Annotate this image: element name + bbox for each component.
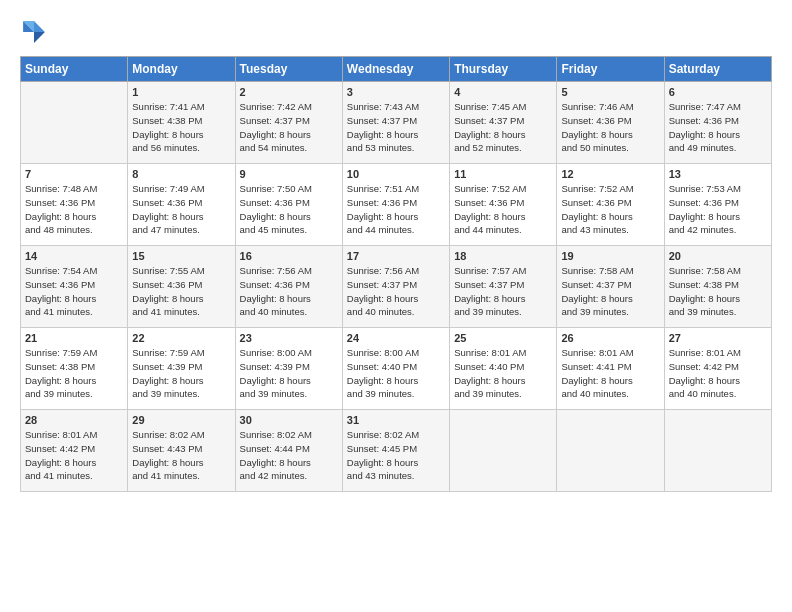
calendar-cell: 29Sunrise: 8:02 AMSunset: 4:43 PMDayligh… [128,410,235,492]
week-row-0: 1Sunrise: 7:41 AMSunset: 4:38 PMDaylight… [21,82,772,164]
calendar-cell [21,82,128,164]
cell-info: Sunrise: 7:50 AMSunset: 4:36 PMDaylight:… [240,182,338,237]
day-number: 19 [561,250,659,262]
day-number: 12 [561,168,659,180]
calendar-cell: 18Sunrise: 7:57 AMSunset: 4:37 PMDayligh… [450,246,557,328]
calendar-cell [450,410,557,492]
cell-info: Sunrise: 7:51 AMSunset: 4:36 PMDaylight:… [347,182,445,237]
cell-info: Sunrise: 8:02 AMSunset: 4:45 PMDaylight:… [347,428,445,483]
week-row-2: 14Sunrise: 7:54 AMSunset: 4:36 PMDayligh… [21,246,772,328]
calendar-cell: 24Sunrise: 8:00 AMSunset: 4:40 PMDayligh… [342,328,449,410]
calendar-table: SundayMondayTuesdayWednesdayThursdayFrid… [20,56,772,492]
day-number: 3 [347,86,445,98]
svg-marker-1 [34,32,45,43]
calendar-cell: 20Sunrise: 7:58 AMSunset: 4:38 PMDayligh… [664,246,771,328]
cell-info: Sunrise: 7:56 AMSunset: 4:36 PMDaylight:… [240,264,338,319]
week-row-1: 7Sunrise: 7:48 AMSunset: 4:36 PMDaylight… [21,164,772,246]
calendar-cell [557,410,664,492]
day-number: 15 [132,250,230,262]
svg-marker-0 [34,21,45,32]
day-number: 2 [240,86,338,98]
col-wednesday: Wednesday [342,57,449,82]
calendar-cell: 10Sunrise: 7:51 AMSunset: 4:36 PMDayligh… [342,164,449,246]
col-monday: Monday [128,57,235,82]
cell-info: Sunrise: 7:59 AMSunset: 4:39 PMDaylight:… [132,346,230,401]
calendar-cell: 15Sunrise: 7:55 AMSunset: 4:36 PMDayligh… [128,246,235,328]
cell-info: Sunrise: 8:01 AMSunset: 4:42 PMDaylight:… [669,346,767,401]
day-number: 29 [132,414,230,426]
calendar-cell: 22Sunrise: 7:59 AMSunset: 4:39 PMDayligh… [128,328,235,410]
cell-info: Sunrise: 7:43 AMSunset: 4:37 PMDaylight:… [347,100,445,155]
calendar-cell: 1Sunrise: 7:41 AMSunset: 4:38 PMDaylight… [128,82,235,164]
logo-icon [20,18,48,46]
calendar-cell: 14Sunrise: 7:54 AMSunset: 4:36 PMDayligh… [21,246,128,328]
day-number: 24 [347,332,445,344]
calendar-cell: 5Sunrise: 7:46 AMSunset: 4:36 PMDaylight… [557,82,664,164]
week-row-3: 21Sunrise: 7:59 AMSunset: 4:38 PMDayligh… [21,328,772,410]
calendar-cell: 16Sunrise: 7:56 AMSunset: 4:36 PMDayligh… [235,246,342,328]
day-number: 5 [561,86,659,98]
day-number: 18 [454,250,552,262]
calendar-cell: 6Sunrise: 7:47 AMSunset: 4:36 PMDaylight… [664,82,771,164]
calendar-cell: 27Sunrise: 8:01 AMSunset: 4:42 PMDayligh… [664,328,771,410]
day-number: 7 [25,168,123,180]
day-number: 6 [669,86,767,98]
calendar-cell: 28Sunrise: 8:01 AMSunset: 4:42 PMDayligh… [21,410,128,492]
day-number: 10 [347,168,445,180]
cell-info: Sunrise: 8:01 AMSunset: 4:40 PMDaylight:… [454,346,552,401]
day-number: 25 [454,332,552,344]
calendar-cell: 21Sunrise: 7:59 AMSunset: 4:38 PMDayligh… [21,328,128,410]
calendar-cell: 3Sunrise: 7:43 AMSunset: 4:37 PMDaylight… [342,82,449,164]
day-number: 21 [25,332,123,344]
calendar-cell: 7Sunrise: 7:48 AMSunset: 4:36 PMDaylight… [21,164,128,246]
cell-info: Sunrise: 7:48 AMSunset: 4:36 PMDaylight:… [25,182,123,237]
col-saturday: Saturday [664,57,771,82]
cell-info: Sunrise: 7:58 AMSunset: 4:38 PMDaylight:… [669,264,767,319]
day-number: 23 [240,332,338,344]
calendar-cell: 8Sunrise: 7:49 AMSunset: 4:36 PMDaylight… [128,164,235,246]
day-number: 22 [132,332,230,344]
day-number: 4 [454,86,552,98]
header [20,18,772,46]
cell-info: Sunrise: 7:42 AMSunset: 4:37 PMDaylight:… [240,100,338,155]
calendar-header-row: SundayMondayTuesdayWednesdayThursdayFrid… [21,57,772,82]
day-number: 27 [669,332,767,344]
cell-info: Sunrise: 7:54 AMSunset: 4:36 PMDaylight:… [25,264,123,319]
cell-info: Sunrise: 8:01 AMSunset: 4:41 PMDaylight:… [561,346,659,401]
calendar-cell: 23Sunrise: 8:00 AMSunset: 4:39 PMDayligh… [235,328,342,410]
day-number: 16 [240,250,338,262]
logo [20,18,52,46]
cell-info: Sunrise: 7:46 AMSunset: 4:36 PMDaylight:… [561,100,659,155]
day-number: 11 [454,168,552,180]
day-number: 13 [669,168,767,180]
cell-info: Sunrise: 7:41 AMSunset: 4:38 PMDaylight:… [132,100,230,155]
cell-info: Sunrise: 7:52 AMSunset: 4:36 PMDaylight:… [561,182,659,237]
cell-info: Sunrise: 7:49 AMSunset: 4:36 PMDaylight:… [132,182,230,237]
day-number: 1 [132,86,230,98]
calendar-cell: 19Sunrise: 7:58 AMSunset: 4:37 PMDayligh… [557,246,664,328]
calendar-cell: 25Sunrise: 8:01 AMSunset: 4:40 PMDayligh… [450,328,557,410]
day-number: 26 [561,332,659,344]
calendar-cell: 30Sunrise: 8:02 AMSunset: 4:44 PMDayligh… [235,410,342,492]
day-number: 30 [240,414,338,426]
day-number: 9 [240,168,338,180]
day-number: 14 [25,250,123,262]
cell-info: Sunrise: 7:53 AMSunset: 4:36 PMDaylight:… [669,182,767,237]
calendar-cell: 31Sunrise: 8:02 AMSunset: 4:45 PMDayligh… [342,410,449,492]
cell-info: Sunrise: 7:47 AMSunset: 4:36 PMDaylight:… [669,100,767,155]
calendar-cell: 9Sunrise: 7:50 AMSunset: 4:36 PMDaylight… [235,164,342,246]
col-sunday: Sunday [21,57,128,82]
col-friday: Friday [557,57,664,82]
day-number: 20 [669,250,767,262]
page: SundayMondayTuesdayWednesdayThursdayFrid… [0,0,792,612]
day-number: 17 [347,250,445,262]
cell-info: Sunrise: 8:01 AMSunset: 4:42 PMDaylight:… [25,428,123,483]
cell-info: Sunrise: 7:55 AMSunset: 4:36 PMDaylight:… [132,264,230,319]
cell-info: Sunrise: 8:00 AMSunset: 4:40 PMDaylight:… [347,346,445,401]
day-number: 28 [25,414,123,426]
cell-info: Sunrise: 7:58 AMSunset: 4:37 PMDaylight:… [561,264,659,319]
col-tuesday: Tuesday [235,57,342,82]
calendar-cell: 13Sunrise: 7:53 AMSunset: 4:36 PMDayligh… [664,164,771,246]
calendar-cell: 26Sunrise: 8:01 AMSunset: 4:41 PMDayligh… [557,328,664,410]
cell-info: Sunrise: 8:00 AMSunset: 4:39 PMDaylight:… [240,346,338,401]
